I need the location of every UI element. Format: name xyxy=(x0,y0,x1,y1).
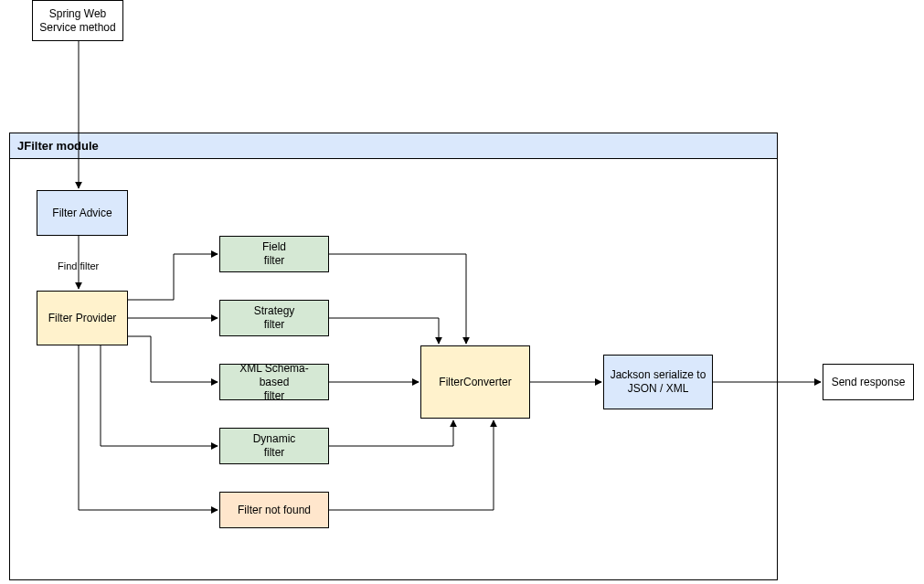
filter-provider-label: Filter Provider xyxy=(48,312,117,325)
dynamic-filter-l2: filter xyxy=(264,446,285,459)
strategy-filter-l2: filter xyxy=(264,318,285,331)
send-response-label: Send response xyxy=(832,376,906,389)
filter-advice-label: Filter Advice xyxy=(52,207,112,220)
field-filter-l1: Field xyxy=(262,240,286,253)
xml-filter-box: XML Schema-based filter xyxy=(219,364,329,400)
filter-converter-label: FilterConverter xyxy=(439,376,511,389)
module-title: JFilter module xyxy=(10,133,777,159)
spring-web-service-box: Spring Web Service method xyxy=(32,0,123,41)
strategy-filter-box: Strategy filter xyxy=(219,300,329,336)
spring-web-service-label: Spring Web Service method xyxy=(38,7,117,35)
filter-not-found-box: Filter not found xyxy=(219,492,329,528)
filter-advice-box: Filter Advice xyxy=(37,190,128,236)
jackson-serialize-box: Jackson serialize to JSON / XML xyxy=(603,355,713,409)
dynamic-filter-l1: Dynamic xyxy=(253,432,296,445)
field-filter-box: Field filter xyxy=(219,236,329,272)
diagram-canvas: JFilter module Spring Web Service method… xyxy=(0,0,924,584)
xml-filter-l1: XML Schema-based xyxy=(239,362,309,388)
jackson-l1: Jackson serialize to xyxy=(611,368,706,381)
jackson-l2: JSON / XML xyxy=(628,382,689,395)
filter-provider-box: Filter Provider xyxy=(37,291,128,345)
strategy-filter-l1: Strategy xyxy=(254,304,295,317)
filter-converter-box: FilterConverter xyxy=(420,345,530,419)
filter-not-found-label: Filter not found xyxy=(238,504,311,517)
find-filter-label: Find filter xyxy=(58,260,99,271)
dynamic-filter-box: Dynamic filter xyxy=(219,428,329,464)
send-response-box: Send response xyxy=(823,364,914,400)
field-filter-l2: filter xyxy=(264,254,285,267)
xml-filter-l2: filter xyxy=(264,389,285,402)
